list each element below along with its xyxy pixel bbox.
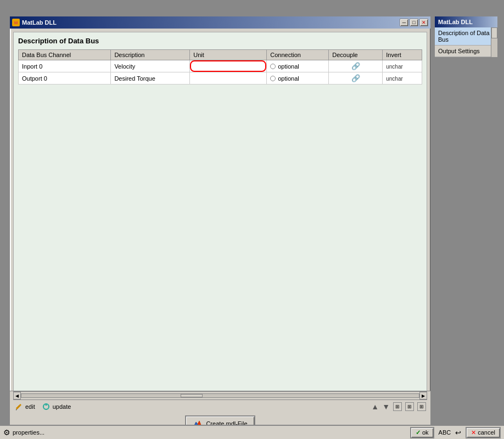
edit-icon [14, 402, 23, 411]
decouple-cell-0[interactable]: 🔗 [329, 60, 383, 72]
scroll-right-button[interactable]: ▶ [419, 392, 427, 399]
unit-input-0[interactable] [191, 63, 235, 70]
scroll-left-button[interactable]: ◀ [13, 392, 21, 399]
invert-cell-1: unchar [383, 72, 422, 85]
update-icon [42, 402, 51, 411]
toolbar-right: ▲ ▼ ⊞ ⊞ ⊞ [371, 402, 426, 411]
right-panel: MatLab DLL Description of Data Bus Outpu… [434, 15, 499, 58]
arrow-down-icon[interactable]: ▼ [382, 402, 390, 411]
invert-cell-0: unchar [383, 60, 422, 72]
unit-input-1[interactable] [191, 75, 235, 82]
content-area: Description of Data Bus Data Bus Channel… [13, 32, 427, 403]
edit-toolbar: edit update ▲ ▼ ⊞ ⊞ ⊞ [10, 400, 430, 413]
unit-cell-1[interactable] [190, 72, 267, 85]
grid-btn-3[interactable]: ⊞ [417, 402, 426, 411]
cancel-button[interactable]: ✕ cancel [466, 427, 501, 438]
invert-value-0: unchar [386, 64, 403, 70]
col-header-decouple: Decouple [329, 50, 383, 60]
col-header-description: Description [111, 50, 190, 60]
col-header-invert: Invert [383, 50, 422, 60]
undo-button[interactable]: ↩ [455, 429, 461, 437]
ok-button[interactable]: ✓ ok [410, 427, 434, 438]
unit-cell-0[interactable] [190, 60, 267, 72]
dialog-title: Description of Data Bus [18, 37, 422, 45]
invert-value-1: unchar [386, 76, 403, 82]
scrollbar-thumb[interactable] [181, 394, 203, 397]
right-panel-scrollbar[interactable] [491, 27, 497, 57]
ok-check-icon: ✓ [416, 429, 421, 436]
ok-label: ok [422, 429, 429, 436]
channel-cell-1: Outport 0 [19, 72, 111, 85]
decouple-icon-0: 🔗 [351, 62, 360, 70]
description-cell-1: Desired Torque [111, 72, 190, 85]
maximize-button[interactable]: □ [410, 19, 418, 26]
col-header-unit: Unit [190, 50, 267, 60]
edit-label: edit [25, 403, 35, 410]
spell-check-button[interactable]: ABC [439, 429, 451, 436]
right-panel-scroll-thumb[interactable] [491, 27, 497, 38]
status-bar-right: ✓ ok ABC ↩ ✕ cancel [410, 427, 501, 438]
table-row: Outport 0 Desired Torque optional 🔗 [19, 72, 422, 85]
window-title: MatLab DLL [22, 19, 57, 26]
connection-cell-1: optional [267, 72, 329, 85]
radio-optional-0[interactable] [270, 64, 276, 69]
right-panel-title: MatLab DLL [435, 16, 497, 27]
description-cell: Velocity [111, 60, 190, 72]
col-header-connection: Connection [267, 50, 329, 60]
close-button[interactable]: ✕ [419, 19, 428, 26]
minimize-button[interactable]: ─ [400, 19, 408, 26]
app-icon: M [12, 19, 20, 26]
cancel-x-icon: ✕ [471, 429, 476, 436]
status-bar: ⚙ properties... ✓ ok ABC ↩ ✕ cancel [0, 425, 504, 439]
properties-label: properties... [13, 429, 44, 436]
grid-btn-2[interactable]: ⊞ [405, 402, 414, 411]
table-row: Inport 0 Velocity optional 🔗 [19, 60, 422, 72]
undo-icon: ↩ [455, 429, 461, 437]
cancel-label: cancel [478, 429, 495, 436]
edit-button[interactable]: edit [14, 402, 35, 411]
col-header-channel: Data Bus Channel [19, 50, 111, 60]
decouple-cell-1[interactable]: 🔗 [329, 72, 383, 85]
title-bar: M MatLab DLL ─ □ ✕ [10, 16, 430, 29]
properties-icon: ⚙ [3, 428, 10, 437]
arrow-up-icon[interactable]: ▲ [371, 402, 379, 411]
main-window: M MatLab DLL ─ □ ✕ Description of Data B… [9, 15, 432, 432]
right-panel-item-description[interactable]: Description of Data Bus [435, 27, 497, 46]
data-bus-table: Data Bus Channel Description Unit Connec… [18, 49, 422, 85]
horizontal-scrollbar[interactable]: ◀ ▶ [13, 391, 427, 400]
radio-optional-1[interactable] [270, 76, 276, 81]
window-controls: ─ □ ✕ [400, 19, 428, 26]
channel-cell: Inport 0 [19, 60, 111, 72]
right-panel-item-output[interactable]: Output Settings [435, 46, 497, 57]
properties-button[interactable]: ⚙ properties... [3, 428, 44, 437]
decouple-icon-1: 🔗 [351, 74, 360, 82]
grid-btn-1[interactable]: ⊞ [393, 402, 402, 411]
update-button[interactable]: update [42, 402, 71, 411]
connection-cell-0: optional [267, 60, 329, 72]
spell-icon: ABC [439, 429, 451, 436]
scrollbar-track[interactable] [21, 393, 419, 398]
update-label: update [53, 403, 71, 410]
optional-label-0: optional [278, 63, 299, 70]
optional-label-1: optional [278, 75, 299, 82]
